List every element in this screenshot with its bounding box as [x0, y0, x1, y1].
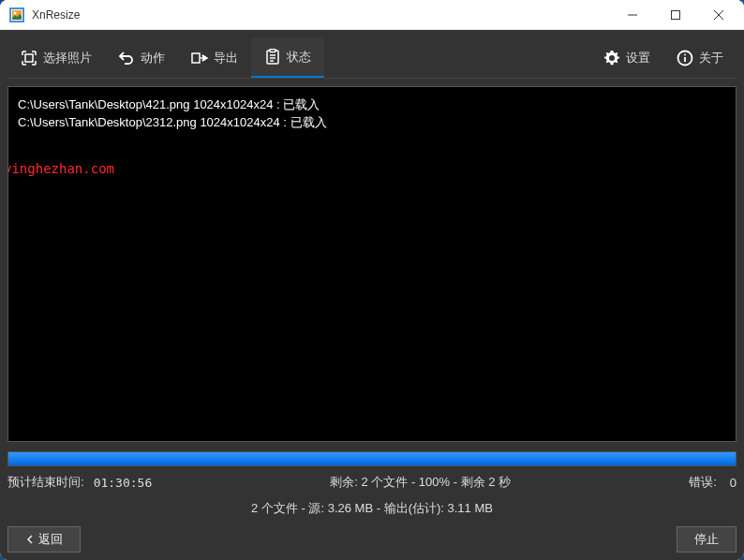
window-title: XnResize [32, 8, 611, 22]
svg-rect-11 [270, 49, 275, 52]
export-icon [191, 50, 208, 66]
app-icon [9, 7, 24, 22]
error-value: 0 [730, 476, 737, 490]
summary-text: 2 个文件 - 源: 3.26 MB - 输出(估计): 3.11 MB [7, 500, 737, 517]
log-output: C:\Users\Tank\Desktop\421.png 1024x1024x… [7, 86, 737, 442]
progress-bar-fill [8, 452, 736, 465]
status-row: 预计结束时间: 01:30:56 剩余: 2 个文件 - 100% - 剩余 2… [7, 474, 737, 491]
log-line: C:\Users\Tank\Desktop\421.png 1024x1024x… [18, 97, 320, 111]
info-icon [677, 50, 693, 66]
eta-label: 预计结束时间: [7, 474, 84, 491]
tab-export[interactable]: 导出 [178, 37, 251, 78]
titlebar: XnResize [0, 0, 744, 30]
svg-point-3 [14, 11, 17, 14]
remaining-text: 剩余: 2 个文件 - 100% - 剩余 2 秒 [156, 474, 685, 491]
close-button[interactable] [697, 0, 740, 30]
error-label: 错误: [689, 474, 717, 491]
bottom-button-row: 返回 停止 [7, 526, 737, 553]
minimize-button[interactable] [611, 0, 654, 30]
tab-label: 状态 [287, 49, 311, 66]
tab-select-photos[interactable]: 选择照片 [7, 37, 105, 78]
svg-rect-9 [192, 53, 200, 63]
undo-icon [118, 50, 135, 66]
tab-status[interactable]: 状态 [251, 37, 324, 78]
tab-bar: 选择照片 动作 导出 状态 设置 关于 [7, 37, 737, 79]
svg-point-17 [684, 53, 686, 55]
tab-label: 选择照片 [43, 50, 92, 66]
svg-rect-8 [25, 54, 33, 62]
svg-point-15 [609, 55, 615, 61]
stop-button-label: 停止 [694, 531, 719, 548]
tab-label: 导出 [214, 50, 238, 66]
tab-label: 动作 [141, 50, 165, 66]
log-line: C:\Users\Tank\Desktop\2312.png 1024x1024… [18, 115, 327, 129]
svg-rect-5 [672, 10, 680, 19]
tab-label: 关于 [699, 50, 723, 66]
eta-value: 01:30:56 [94, 476, 153, 490]
gear-icon [603, 50, 620, 66]
chevron-left-icon [25, 535, 35, 544]
watermark-text: yinghezhan.com [7, 160, 114, 179]
stop-button[interactable]: 停止 [677, 526, 737, 553]
back-button-label: 返回 [38, 531, 63, 548]
clipboard-icon [264, 49, 281, 66]
tab-about[interactable]: 关于 [663, 37, 737, 78]
back-button[interactable]: 返回 [7, 526, 81, 553]
progress-bar-track [7, 451, 737, 466]
tab-label: 设置 [626, 50, 650, 66]
photo-select-icon [21, 50, 37, 66]
tab-settings[interactable]: 设置 [590, 37, 663, 78]
app-body: 选择照片 动作 导出 状态 设置 关于 [0, 30, 744, 560]
maximize-button[interactable] [654, 0, 697, 30]
tab-actions[interactable]: 动作 [105, 37, 178, 78]
app-window: XnResize 选择照片 动作 导出 状态 [0, 0, 744, 560]
